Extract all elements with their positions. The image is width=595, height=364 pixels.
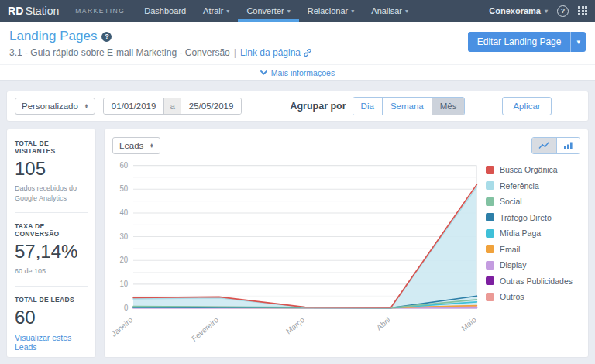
nav-item-label: Converter — [246, 6, 284, 15]
nav-item-analisar[interactable]: Analisar▾ — [363, 0, 417, 22]
svg-text:Janeiro: Janeiro — [112, 315, 134, 338]
legend-swatch — [486, 245, 494, 253]
svg-text:Maio: Maio — [460, 315, 478, 333]
brand-rd: RD — [8, 5, 24, 17]
date-range-separator: a — [163, 98, 181, 114]
nav-item-label: Analisar — [371, 6, 402, 15]
legend-item: Mídia Paga — [486, 228, 580, 238]
legend-swatch — [486, 213, 494, 221]
nav-item-dashboard[interactable]: Dashboard — [136, 0, 194, 22]
bar-chart-icon — [563, 141, 573, 150]
legend-item: Outras Publicidades — [486, 276, 580, 286]
filter-bar: Personalizado ▲▼ 01/01/2019 a 25/05/2019… — [6, 91, 589, 122]
legend-item: Social — [486, 197, 580, 206]
legend-label: Outros — [500, 292, 524, 301]
svg-text:20: 20 — [120, 256, 129, 264]
page-header-left: Landing Pages ? 3.1 - Guia rápido sobre … — [9, 29, 312, 58]
page-subtitle: 3.1 - Guia rápido sobre E-mail Marketing… — [9, 47, 230, 58]
brand-divider — [67, 5, 67, 16]
rdstation-logo[interactable]: RD Station MARKETING — [8, 0, 125, 22]
select-updown-icon: ▲▼ — [84, 104, 88, 108]
period-select[interactable]: Personalizado ▲▼ — [15, 98, 95, 115]
chevron-down-icon: ▾ — [545, 8, 548, 15]
edit-landing-page-group: Editar Landing Page ▾ — [468, 32, 586, 52]
nav-item-relacionar[interactable]: Relacionar▾ — [299, 0, 363, 22]
nav-menu: DashboardAtrair▾Converter▾Relacionar▾Ana… — [136, 0, 417, 22]
brand-station: Station — [26, 5, 60, 17]
legend-swatch — [486, 229, 494, 238]
bar-chart-toggle-button[interactable] — [556, 138, 580, 153]
legend-label: Mídia Paga — [500, 228, 541, 238]
chart-legend: Busca OrgânicaReferênciaSocialTráfego Di… — [486, 154, 580, 352]
chevron-down-icon: ▾ — [287, 8, 291, 15]
stat-value: 105 — [15, 158, 88, 180]
spacer — [0, 81, 595, 91]
divider — [15, 212, 88, 213]
stat-value: 60 — [15, 307, 88, 328]
link-icon — [303, 48, 312, 57]
edit-landing-page-button[interactable]: Editar Landing Page — [468, 32, 571, 52]
view-leads-link[interactable]: Visualizar estes Leads — [15, 333, 88, 352]
legend-label: Busca Orgânica — [500, 165, 558, 174]
help-icon[interactable]: ? — [557, 5, 569, 17]
nav-item-label: Dashboard — [144, 6, 186, 15]
group-by-segmented-control: DiaSemanaMês — [353, 97, 466, 115]
account-menu[interactable]: Conexorama ▾ — [489, 6, 548, 15]
stat-visitors: TOTAL DE VISITANTES 105 Dados recebidos … — [15, 139, 88, 203]
legend-swatch — [486, 197, 494, 206]
svg-text:60: 60 — [120, 160, 129, 169]
date-from-input[interactable]: 01/01/2019 — [104, 98, 164, 114]
page-title: Landing Pages — [9, 29, 97, 44]
stat-note: Dados recebidos do Google Analytics — [15, 184, 88, 203]
legend-item: Referência — [486, 181, 580, 191]
apps-grid-icon[interactable] — [578, 6, 587, 15]
legend-label: Display — [500, 260, 526, 270]
legend-swatch — [486, 166, 494, 174]
legend-item: Outros — [486, 292, 580, 301]
chart-type-toggle — [531, 137, 580, 154]
svg-text:0: 0 — [124, 303, 129, 311]
title-help-icon[interactable]: ? — [101, 32, 112, 42]
svg-text:Abril: Abril — [375, 315, 392, 332]
date-to-input[interactable]: 25/05/2019 — [181, 98, 242, 114]
divider — [15, 286, 88, 287]
nav-item-converter[interactable]: Converter▾ — [238, 0, 298, 22]
group-by-option-dia[interactable]: Dia — [353, 98, 382, 115]
stat-label: TOTAL DE VISITANTES — [15, 139, 88, 155]
legend-label: Tráfego Direto — [500, 213, 552, 222]
group-by-option-semana[interactable]: Semana — [382, 98, 432, 115]
svg-text:40: 40 — [120, 208, 129, 217]
stats-sidebar: TOTAL DE VISITANTES 105 Dados recebidos … — [6, 129, 96, 358]
chevron-down-icon: ▾ — [351, 8, 354, 15]
nav-right: Conexorama ▾ ? — [489, 0, 587, 22]
chart-header: Leads ▲▼ — [112, 137, 580, 154]
legend-item: Display — [486, 260, 580, 270]
group-by-option-mês[interactable]: Mês — [432, 98, 465, 115]
subtitle-separator: | — [234, 47, 236, 58]
more-info-bar: Mais informações — [0, 64, 595, 81]
legend-label: Social — [500, 197, 522, 206]
legend-item: Email — [486, 245, 580, 254]
legend-swatch — [486, 261, 494, 270]
date-range-group: 01/01/2019 a 25/05/2019 — [103, 98, 242, 115]
svg-text:Fevereiro: Fevereiro — [190, 315, 220, 343]
legend-label: Referência — [500, 181, 539, 191]
select-updown-icon: ▲▼ — [150, 143, 153, 148]
stat-leads: TOTAL DE LEADS 60 Visualizar estes Leads — [15, 296, 88, 353]
stat-label: TAXA DE CONVERSÃO — [15, 222, 88, 238]
svg-text:50: 50 — [120, 184, 129, 193]
metric-select[interactable]: Leads ▲▼ — [112, 137, 160, 154]
legend-label: Outras Publicidades — [500, 276, 573, 286]
more-info-link[interactable]: Mais informações — [260, 68, 335, 77]
svg-text:30: 30 — [120, 232, 129, 240]
apply-button[interactable]: Aplicar — [502, 97, 551, 115]
svg-text:Março: Março — [284, 315, 306, 336]
nav-item-atrair[interactable]: Atrair▾ — [194, 0, 238, 22]
legend-label: Email — [500, 245, 520, 254]
stat-conversion: TAXA DE CONVERSÃO 57,14% 60 de 105 — [15, 222, 88, 276]
chart-panel: Leads ▲▼ — [104, 129, 589, 358]
page-link[interactable]: Link da página — [240, 47, 312, 58]
edit-landing-page-dropdown[interactable]: ▾ — [570, 32, 586, 52]
line-chart-toggle-button[interactable] — [532, 138, 556, 153]
chevron-down-icon: ▾ — [226, 8, 229, 15]
